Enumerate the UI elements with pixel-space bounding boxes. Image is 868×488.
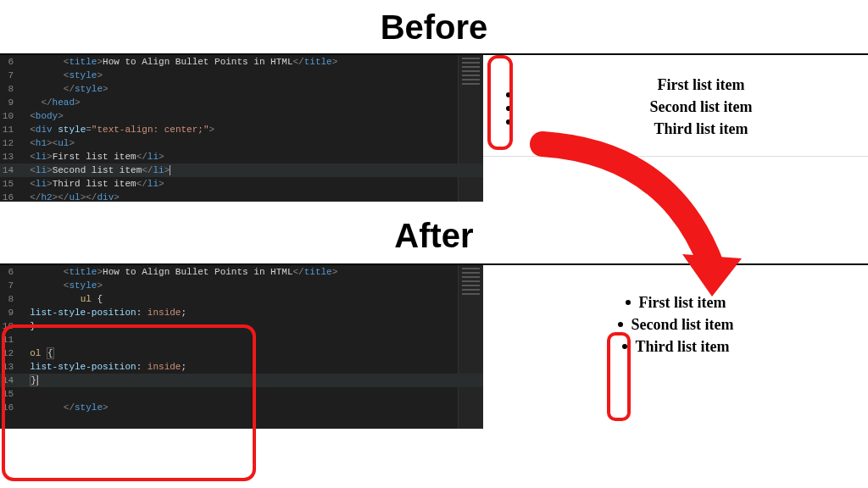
list-item: Second list item [534,96,868,118]
code-line: <li>First list item</li> [19,150,164,164]
list-item: First list item [618,291,734,313]
bullet-icon [622,344,627,349]
line-number: 11 [0,123,19,136]
code-line: <li>Third list item</li> [19,177,164,191]
list-item: Second list item [618,313,734,336]
line-number: 13 [0,360,19,374]
code-line: } [19,374,38,387]
line-number: 7 [0,279,19,292]
code-line: <title>How to Align Bullet Points in HTM… [19,55,337,69]
list-item: Third list item [534,118,868,140]
code-line: <title>How to Align Bullet Points in HTM… [19,265,337,279]
list-item: First list item [534,74,868,96]
list-item: Third list item [618,336,734,358]
code-line: </style> [19,401,108,414]
code-line: <li>Second list item</li> [19,164,170,177]
line-number: 6 [0,265,19,279]
line-number: 12 [0,347,19,360]
before-render-panel: First list item Second list item Third l… [483,55,868,202]
after-row: 6 <title>How to Align Bullet Points in H… [0,263,868,429]
line-number: 16 [0,191,19,204]
line-number: 10 [0,319,19,333]
line-number: 7 [0,69,19,82]
after-list: First list item Second list item Third l… [618,291,734,358]
code-line: ol { [19,347,54,360]
line-number: 8 [0,292,19,306]
code-line: <h1><ul> [19,136,75,150]
line-number: 9 [0,96,19,109]
line-number: 13 [0,150,19,164]
line-number: 10 [0,109,19,123]
line-number: 12 [0,136,19,150]
code-line: <body> [19,109,64,123]
before-text-column: First list item Second list item Third l… [534,55,868,156]
before-bullet-column [483,55,534,156]
heading-after: After [0,202,868,263]
code-line: </h2></ul></div> [19,191,120,204]
bullet-icon [618,322,623,327]
code-line: <div style="text-align: center;"> [19,123,214,136]
code-line [19,387,25,401]
after-code-panel: 6 <title>How to Align Bullet Points in H… [0,265,483,429]
bullet-icon [506,92,511,97]
bullet-icon [506,106,511,111]
code-line: </style> [19,82,108,96]
line-number: 6 [0,55,19,69]
bullet-icon [626,300,631,305]
after-render-panel: First list item Second list item Third l… [483,265,868,429]
line-number: 14 [0,374,19,387]
line-number: 8 [0,82,19,96]
code-line: ul { [19,292,103,306]
code-line: list-style-position: inside; [19,360,186,374]
line-number: 9 [0,306,19,319]
line-number: 14 [0,164,19,177]
bullet-icon [506,119,511,125]
heading-before: Before [0,0,868,53]
line-number: 11 [0,333,19,347]
code-line: </head> [19,96,81,109]
line-number: 15 [0,387,19,401]
before-code-panel: 6 <title>How to Align Bullet Points in H… [0,55,483,202]
line-number: 16 [0,401,19,414]
line-number: 15 [0,177,19,191]
code-line [19,333,25,347]
code-line: <style> [19,279,103,292]
code-line: <style> [19,69,103,82]
code-line: } [19,319,36,333]
code-line: list-style-position: inside; [19,306,186,319]
before-row: 6 <title>How to Align Bullet Points in H… [0,53,868,202]
